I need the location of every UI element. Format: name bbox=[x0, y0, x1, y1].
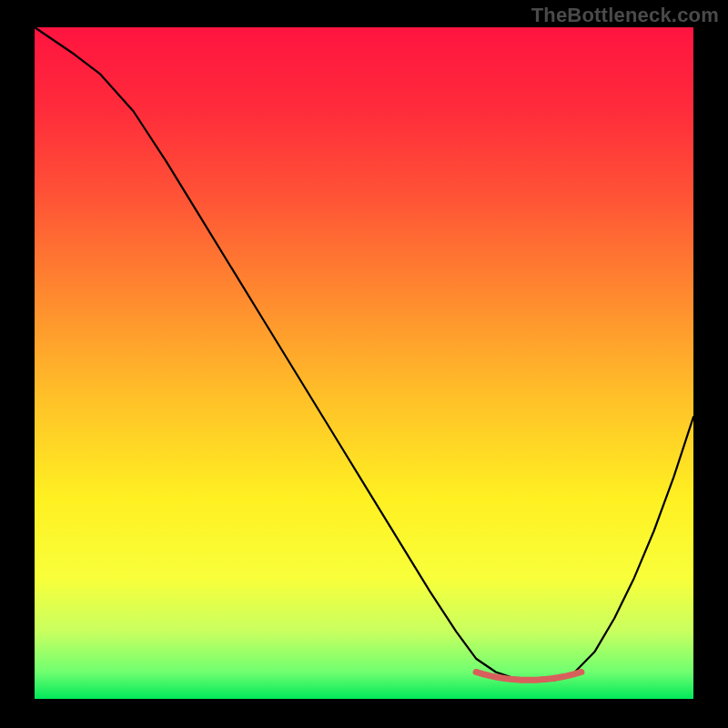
chart-frame: TheBottleneck.com bbox=[0, 0, 728, 728]
plot-background bbox=[35, 27, 693, 699]
watermark-text: TheBottleneck.com bbox=[531, 4, 719, 27]
bottleneck-chart bbox=[0, 0, 728, 728]
